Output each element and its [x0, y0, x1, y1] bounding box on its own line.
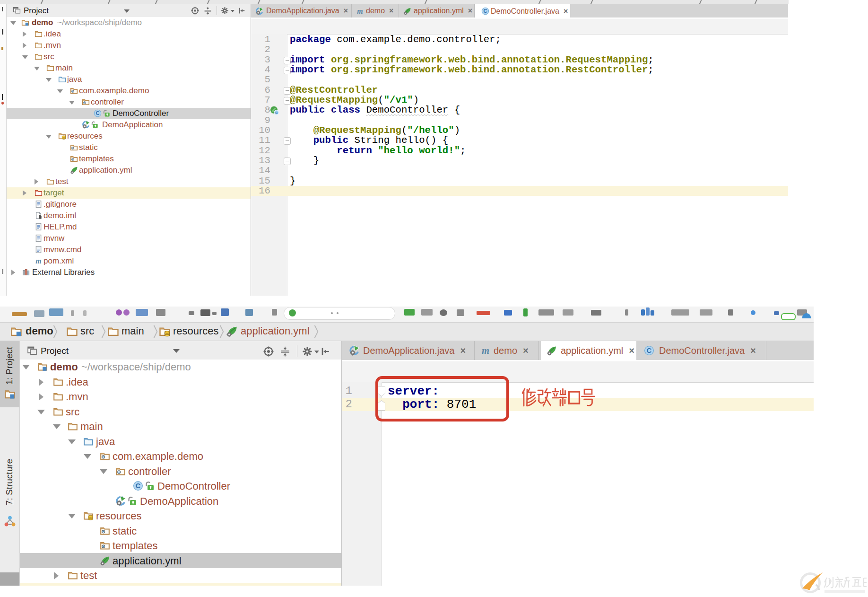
svg-text:c: c [275, 110, 278, 115]
